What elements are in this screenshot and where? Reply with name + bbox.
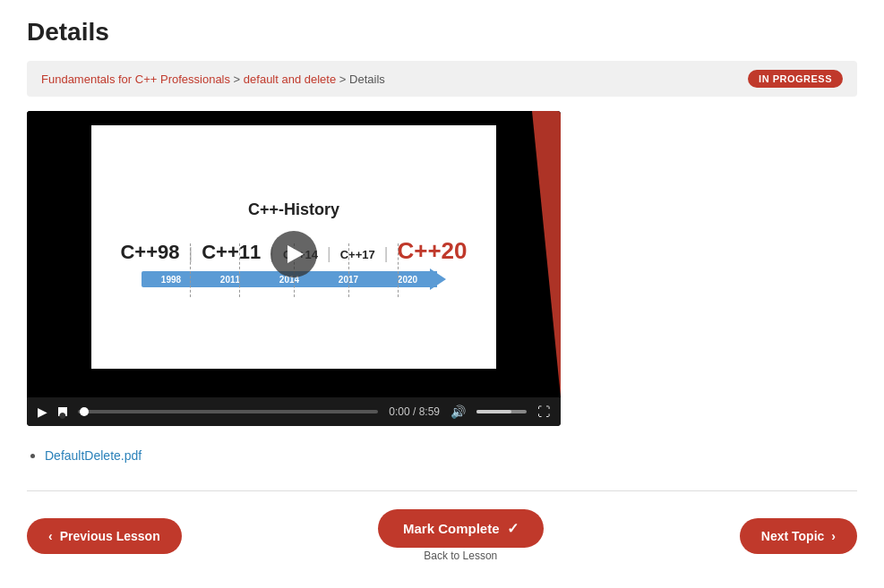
cpp98-label: C++98 xyxy=(115,241,185,264)
bottom-nav: ‹ Previous Lesson Mark Complete ✓ Back t… xyxy=(27,490,857,562)
fullscreen-button[interactable]: ⛶ xyxy=(537,405,550,419)
cpp17-label: C++17 xyxy=(335,248,381,261)
next-topic-label: Next Topic xyxy=(761,529,825,543)
list-item: DefaultDelete.pdf xyxy=(45,447,857,464)
breadcrumb-current: Details xyxy=(349,72,385,86)
play-pause-button[interactable]: ▶ xyxy=(38,405,47,419)
page-title: Details xyxy=(27,18,857,47)
time-display: 0:00 / 8:59 xyxy=(389,405,440,418)
mark-complete-label: Mark Complete xyxy=(403,521,500,536)
resources-list: DefaultDelete.pdf xyxy=(45,447,857,464)
cpp11-label: C++11 xyxy=(196,241,266,264)
video-red-corner xyxy=(489,111,561,397)
breadcrumb-sep1: > xyxy=(230,72,244,86)
breadcrumb: Fundamentals for C++ Professionals > def… xyxy=(41,72,385,86)
status-badge: IN PROGRESS xyxy=(748,70,843,88)
play-triangle-icon xyxy=(288,245,304,263)
next-topic-button[interactable]: Next Topic › xyxy=(740,518,857,554)
pdf-link[interactable]: DefaultDelete.pdf xyxy=(45,448,142,463)
play-button-overlay[interactable] xyxy=(270,231,317,277)
chevron-left-icon: ‹ xyxy=(48,529,53,543)
prev-label: Previous Lesson xyxy=(60,529,160,543)
chevron-right-icon: › xyxy=(831,529,836,543)
slide-title: C++-History xyxy=(248,200,339,219)
previous-lesson-button[interactable]: ‹ Previous Lesson xyxy=(27,518,182,554)
breadcrumb-link-course[interactable]: Fundamentals for C++ Professionals xyxy=(41,72,230,86)
checkmark-icon: ✓ xyxy=(507,520,519,537)
volume-bar[interactable] xyxy=(476,410,527,413)
volume-fill xyxy=(476,410,511,413)
video-controls-bar: ▶ ● 0:00 / 8:59 🔊 ⛶ xyxy=(27,397,561,426)
video-player: C++-History C++98 | C++11 | C++14 | C++1… xyxy=(27,111,561,426)
back-to-lesson-link[interactable]: Back to Lesson xyxy=(424,550,497,562)
cpp20-label: C++20 xyxy=(391,237,472,265)
mark-complete-button[interactable]: Mark Complete ✓ xyxy=(378,509,544,548)
mark-complete-inner: Mark Complete ✓ xyxy=(403,520,519,537)
progress-bar[interactable] xyxy=(78,410,378,413)
breadcrumb-link-section[interactable]: default and delete xyxy=(244,72,336,86)
volume-button[interactable]: 🔊 xyxy=(451,405,466,419)
video-preview[interactable]: C++-History C++98 | C++11 | C++14 | C++1… xyxy=(27,111,561,397)
progress-handle xyxy=(80,407,89,416)
breadcrumb-bar: Fundamentals for C++ Professionals > def… xyxy=(27,61,857,97)
dot-indicator: ● xyxy=(58,407,67,416)
breadcrumb-sep2: > xyxy=(336,72,349,86)
mark-complete-group: Mark Complete ✓ Back to Lesson xyxy=(378,509,544,562)
video-black-left xyxy=(27,111,81,397)
page-wrapper: Details Fundamentals for C++ Professiona… xyxy=(0,0,884,580)
